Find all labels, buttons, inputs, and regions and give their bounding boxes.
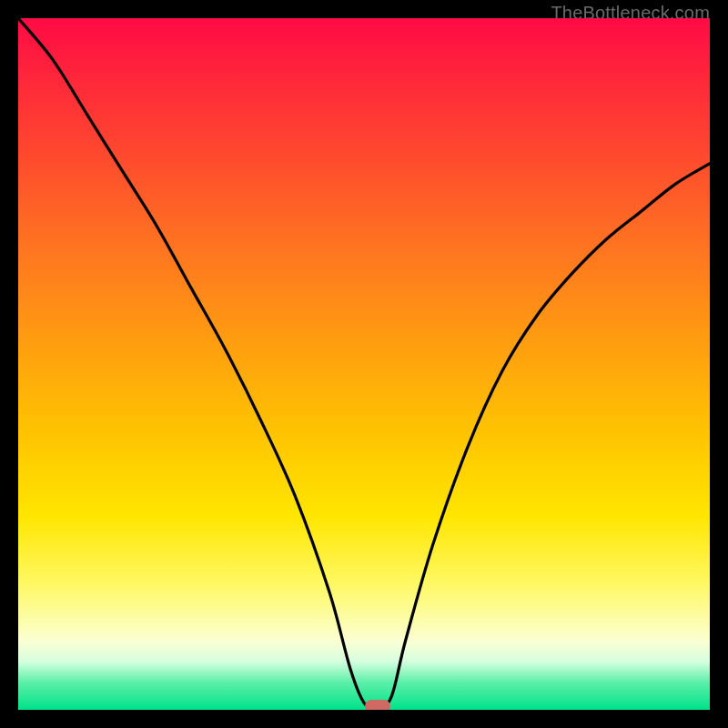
chart-stage: TheBottleneck.com	[0, 0, 728, 728]
optimum-marker	[365, 700, 390, 710]
bottleneck-curve	[18, 18, 710, 710]
plot-area	[18, 18, 710, 710]
curve-svg	[18, 18, 710, 710]
